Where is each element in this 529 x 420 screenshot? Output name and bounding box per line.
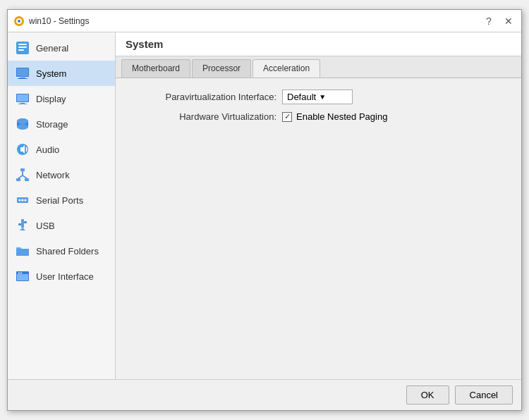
paravirt-label: Paravirtualization Interface: xyxy=(127,92,282,102)
hardware-virt-label: Hardware Virtualization: xyxy=(127,111,282,122)
paravirt-value: Default xyxy=(287,92,316,102)
paravirt-dropdown[interactable]: Default ▼ xyxy=(282,89,353,104)
window-title: win10 - Settings xyxy=(29,16,482,26)
network-icon xyxy=(15,167,30,183)
svg-point-18 xyxy=(17,118,28,124)
footer: OK Cancel xyxy=(8,379,521,410)
window-controls: ? ✕ xyxy=(482,14,516,28)
svg-rect-28 xyxy=(25,178,29,181)
sidebar-label-storage: Storage xyxy=(36,119,68,130)
sidebar-item-usb[interactable]: USB xyxy=(8,213,115,238)
svg-point-42 xyxy=(20,273,22,274)
content-area: General System xyxy=(8,32,521,379)
sidebar-label-display: Display xyxy=(36,94,66,104)
sidebar-item-network[interactable]: Network xyxy=(8,162,115,187)
sidebar-label-network: Network xyxy=(36,170,70,180)
tabs-bar: Motherboard Processor Acceleration xyxy=(116,56,521,78)
sidebar-label-audio: Audio xyxy=(36,144,59,155)
svg-rect-6 xyxy=(18,49,24,51)
sidebar-label-general: General xyxy=(36,43,68,54)
audio-icon xyxy=(15,142,30,157)
help-button[interactable]: ? xyxy=(482,14,496,28)
app-icon xyxy=(13,16,25,27)
svg-rect-27 xyxy=(16,178,20,181)
ok-button[interactable]: OK xyxy=(406,385,449,404)
user-interface-icon xyxy=(15,268,30,284)
svg-rect-26 xyxy=(20,168,25,171)
sidebar-label-system: System xyxy=(36,68,66,79)
main-panel: System Motherboard Processor Acceleratio… xyxy=(116,32,521,379)
nested-paging-row: ✓ Enable Nested Paging xyxy=(282,111,387,122)
svg-point-31 xyxy=(22,199,24,202)
sidebar-label-shared-folders: Shared Folders xyxy=(36,246,99,257)
sidebar-label-user-interface: User Interface xyxy=(36,271,94,282)
svg-rect-14 xyxy=(18,104,27,104)
storage-icon xyxy=(15,116,30,132)
sidebar-item-audio[interactable]: Audio xyxy=(8,137,115,162)
sidebar-item-general[interactable]: General xyxy=(8,35,115,61)
shared-folders-icon xyxy=(15,243,30,259)
svg-point-17 xyxy=(17,124,28,130)
dropdown-arrow-icon: ▼ xyxy=(319,93,326,101)
tab-content-acceleration: Paravirtualization Interface: Default ▼ … xyxy=(116,78,521,379)
page-title: System xyxy=(126,38,163,50)
svg-line-25 xyxy=(23,175,27,178)
usb-icon xyxy=(15,218,30,233)
hardware-virt-row: Hardware Virtualization: ✓ Enable Nested… xyxy=(127,111,510,122)
serial-ports-icon xyxy=(15,192,30,208)
paravirt-row: Paravirtualization Interface: Default ▼ xyxy=(127,89,510,104)
svg-rect-33 xyxy=(21,219,24,228)
system-icon xyxy=(15,66,30,81)
titlebar: win10 - Settings ? ✕ xyxy=(8,10,521,32)
svg-rect-10 xyxy=(18,78,28,79)
main-header: System xyxy=(116,32,521,56)
svg-rect-4 xyxy=(18,44,27,45)
sidebar-item-shared-folders[interactable]: Shared Folders xyxy=(8,238,115,264)
sidebar: General System xyxy=(8,32,116,379)
svg-rect-5 xyxy=(18,47,27,48)
tab-acceleration[interactable]: Acceleration xyxy=(253,59,320,78)
sidebar-item-serial-ports[interactable]: Serial Ports xyxy=(8,187,115,213)
general-icon xyxy=(15,40,30,56)
sidebar-item-storage[interactable]: Storage xyxy=(8,111,115,137)
settings-window: win10 - Settings ? ✕ General xyxy=(7,9,522,411)
sidebar-label-usb: USB xyxy=(36,221,55,231)
sidebar-item-system[interactable]: System xyxy=(8,61,115,86)
svg-point-2 xyxy=(18,20,20,23)
svg-rect-12 xyxy=(17,94,28,101)
svg-point-41 xyxy=(18,273,20,274)
sidebar-label-serial-ports: Serial Ports xyxy=(36,195,83,206)
display-icon xyxy=(15,91,30,106)
nested-paging-checkbox[interactable]: ✓ xyxy=(282,112,292,122)
svg-line-24 xyxy=(18,175,23,178)
sidebar-item-user-interface[interactable]: User Interface xyxy=(8,264,115,289)
nested-paging-label: Enable Nested Paging xyxy=(296,111,387,122)
close-button[interactable]: ✕ xyxy=(501,14,516,28)
svg-point-32 xyxy=(25,199,27,202)
sidebar-item-display[interactable]: Display xyxy=(8,86,115,111)
tab-motherboard[interactable]: Motherboard xyxy=(121,59,190,78)
cancel-button[interactable]: Cancel xyxy=(455,385,513,404)
svg-point-30 xyxy=(19,199,21,202)
tab-processor[interactable]: Processor xyxy=(192,59,251,78)
svg-rect-8 xyxy=(17,68,28,76)
